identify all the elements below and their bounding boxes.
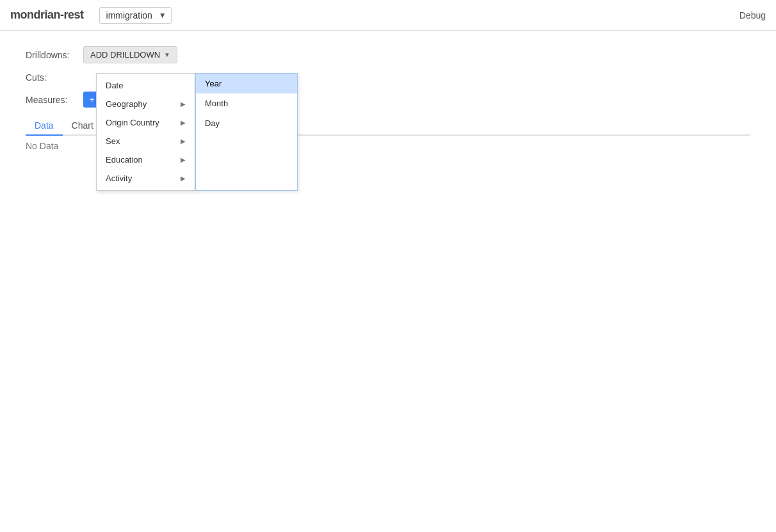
dropdown-item-education-label: Education [106, 155, 143, 165]
dropdown-item-origin-country-label: Origin Country [106, 118, 159, 127]
submenu-item-year[interactable]: Year [196, 74, 297, 93]
dropdown-menu: Date Geography ▶ Origin Country ▶ Sex ▶ … [96, 73, 195, 166]
submenu-item-day[interactable]: Day [196, 113, 297, 133]
drilldowns-label: Drilldowns: [26, 50, 83, 60]
submenu-arrow-origin-icon: ▶ [181, 119, 186, 126]
dropdown-item-origin-country[interactable]: Origin Country ▶ [97, 113, 195, 132]
add-drilldown-label: ADD DRILLDOWN [90, 50, 160, 60]
submenu-arrow-geography-icon: ▶ [181, 101, 186, 108]
submenu-item-year-label: Year [205, 79, 222, 88]
dropdown-item-sex[interactable]: Sex ▶ [97, 132, 195, 150]
debug-link[interactable]: Debug [740, 10, 766, 20]
submenu: Year Month Day [195, 73, 298, 166]
submenu-item-day-label: Day [205, 118, 220, 128]
dropdown-item-date[interactable]: Date [97, 76, 195, 95]
dropdown-item-geography-label: Geography [106, 99, 147, 109]
brand-logo: mondrian-rest [10, 8, 84, 22]
submenu-arrow-education-icon: ▶ [181, 156, 186, 163]
dropdown-item-date-label: Date [106, 81, 123, 90]
measures-label: Measures: [26, 95, 83, 105]
cube-select[interactable]: immigration [99, 7, 172, 24]
dropdown-item-sex-label: Sex [106, 136, 120, 146]
submenu-item-month-label: Month [205, 99, 228, 108]
cube-select-wrapper[interactable]: immigration ▼ [99, 7, 172, 24]
tab-data[interactable]: Data [26, 117, 63, 136]
dropdown-item-education[interactable]: Education ▶ [97, 150, 195, 166]
navbar: mondrian-rest immigration ▼ Debug [0, 0, 776, 31]
drilldowns-row: Drilldowns: ADD DRILLDOWN ▼ [26, 46, 750, 63]
caret-icon: ▼ [164, 51, 170, 58]
submenu-arrow-sex-icon: ▶ [181, 138, 186, 145]
submenu-item-month[interactable]: Month [196, 93, 297, 113]
dropdown-container: Date Geography ▶ Origin Country ▶ Sex ▶ … [96, 73, 298, 166]
cuts-label: Cuts: [26, 72, 83, 83]
dropdown-item-geography[interactable]: Geography ▶ [97, 95, 195, 113]
add-drilldown-button[interactable]: ADD DRILLDOWN ▼ [83, 46, 177, 63]
